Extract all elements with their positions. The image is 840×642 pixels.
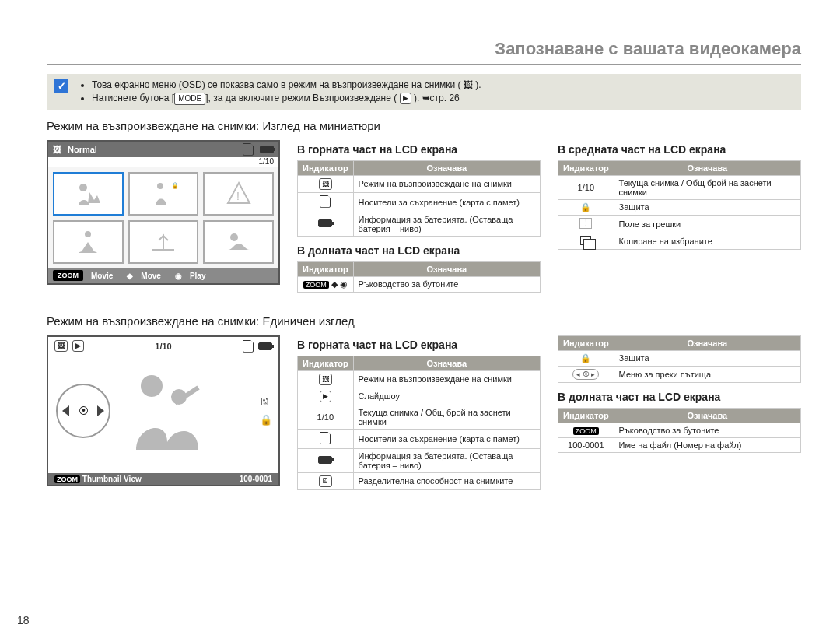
indicator-table: ИндикаторОзначава 1/10Текуща снимка / Об… — [558, 160, 801, 250]
svg-text:!: ! — [236, 190, 240, 202]
footer-move: Move — [136, 270, 166, 282]
sd-icon — [320, 195, 331, 208]
svg-text:🔒: 🔒 — [171, 181, 179, 189]
top-lcd-heading-b: В горната част на LCD екрана — [297, 339, 541, 351]
battery-icon — [260, 146, 274, 153]
indicator-table: ИндикаторОзначава 🖼Режим на възпроизвежд… — [297, 160, 541, 237]
lcd-single-view: 🖼 ▶ 1/10 ⦿ 🖻 🔒 ZOOM Th — [47, 335, 280, 498]
footer-movie: Movie — [86, 270, 117, 282]
slideshow-icon: ▶ — [320, 391, 331, 402]
lcd-thumbnail-view: 🖼 Normal 1/10 🔒 ! ZOOM Movie — [47, 140, 280, 300]
footer-filename: 100-0001 — [240, 475, 272, 483]
check-icon: ✓ — [54, 79, 68, 93]
svg-point-0 — [79, 184, 87, 191]
battery-icon — [318, 456, 332, 464]
filename-text: 100-0001 — [558, 437, 614, 452]
indicator-table: ИндикаторОзначава ZOOM ◆ ◉Ръководство за… — [297, 261, 541, 293]
svg-point-1 — [157, 183, 163, 189]
lock-icon: 🔒 — [260, 414, 272, 426]
page-number: 18 — [17, 614, 30, 626]
zoom-icon: ZOOM — [54, 475, 80, 483]
footer-play: Play — [185, 270, 211, 282]
count-label: 1/10 — [89, 342, 238, 351]
thumbnail[interactable]: 🔒 — [128, 172, 199, 216]
mode-button-label: MODE — [174, 93, 205, 105]
thumbnail[interactable] — [128, 220, 199, 264]
warn-icon — [579, 218, 592, 229]
svg-point-6 — [141, 375, 163, 397]
count-text: 1/10 — [558, 175, 614, 199]
lcd-normal-label: Normal — [68, 145, 97, 154]
lock-icon: 🔒 — [580, 202, 591, 212]
zoom-icon: ZOOM — [573, 427, 599, 435]
bottom-lcd-heading: В долната част на LCD екрана — [297, 244, 541, 257]
zoom-icon: ZOOM — [53, 270, 83, 281]
zoom-icon: ZOOM — [303, 281, 329, 289]
bottom-lcd-heading-b: В долната част на LCD екрана — [558, 391, 801, 403]
thumbnail[interactable] — [203, 220, 274, 264]
lock-icon: 🔒 — [580, 353, 591, 363]
sd-icon — [243, 143, 254, 156]
svg-point-4 — [85, 231, 91, 237]
info-bullet: Натиснете бутона [MODE], за да включите … — [92, 92, 481, 105]
page-title: Запознаване с вашата видеокамера — [47, 39, 801, 65]
thumbnail[interactable] — [53, 220, 124, 264]
section-b-title: Режим на възпроизвеждане на снимки: Един… — [47, 314, 801, 328]
photo-mode-icon: 🖼 — [53, 145, 61, 154]
battery-icon — [318, 219, 332, 227]
section-a-title: Режим на възпроизвеждане на снимки: Изгл… — [47, 119, 801, 132]
resolution-icon: 🖻 — [260, 396, 272, 408]
resolution-icon: 🖻 — [319, 475, 332, 487]
thumbnail[interactable]: ! — [203, 172, 274, 216]
nav-icon: ◂ ⦿ ▸ — [572, 369, 599, 380]
slideshow-icon: ▶ — [72, 340, 84, 352]
nav-circle[interactable]: ⦿ — [56, 384, 110, 438]
svg-point-5 — [230, 233, 238, 241]
info-box: ✓ Това екранно меню (OSD) се показва сам… — [47, 74, 801, 110]
info-bullet: Това екранно меню (OSD) се показва само … — [92, 79, 481, 92]
count-label: 1/10 — [48, 157, 278, 167]
sd-icon — [320, 432, 331, 444]
photo-mode-icon: 🖼 — [54, 340, 68, 352]
photo-mode-icon: 🖼 — [319, 178, 332, 190]
count-text: 1/10 — [298, 405, 354, 429]
sd-icon — [243, 340, 254, 353]
footer-thumbview: Thumbnail View — [82, 475, 142, 483]
indicator-table: ИндикаторОзначава ZOOMРъководство за бут… — [558, 408, 801, 453]
play-icon: ▶ — [400, 93, 411, 104]
indicator-table: ИндикаторОзначава 🔒Защита ◂ ⦿ ▸Меню за п… — [558, 335, 801, 383]
battery-icon — [258, 342, 272, 350]
thumbnail[interactable] — [53, 172, 124, 216]
photo-mode-icon: 🖼 — [319, 374, 332, 385]
top-lcd-heading: В горната част на LCD екрана — [297, 143, 541, 156]
middle-lcd-heading: В средната част на LCD екрана — [558, 143, 801, 156]
copy-icon — [580, 236, 591, 245]
indicator-table: ИндикаторОзначава 🖼Режим на възпроизвежд… — [297, 356, 541, 490]
